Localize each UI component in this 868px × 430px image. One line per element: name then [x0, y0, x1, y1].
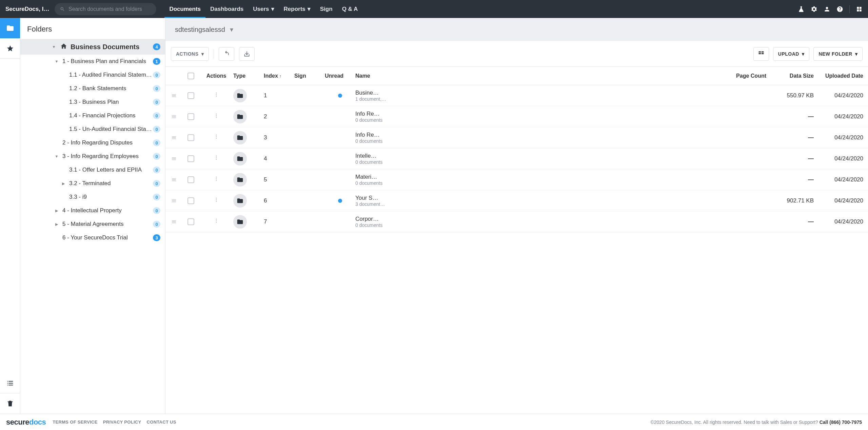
search-input[interactable] — [68, 6, 151, 12]
upload-button[interactable]: UPLOAD▾ — [773, 47, 810, 61]
tree-item[interactable]: 1.4 - Financial Projections0 — [20, 109, 165, 122]
table-row[interactable]: 3Info Re…0 documents—04/24/2020 — [165, 127, 868, 148]
col-unread[interactable]: Unread — [325, 73, 355, 79]
col-sign[interactable]: Sign — [294, 73, 325, 79]
row-index: 3 — [264, 134, 294, 141]
new-folder-button[interactable]: NEW FOLDER▾ — [813, 47, 863, 61]
svg-point-4 — [216, 115, 217, 116]
nav-documents[interactable]: Documents — [164, 0, 205, 18]
col-type[interactable]: Type — [233, 73, 264, 79]
col-page[interactable]: Page Count — [726, 73, 766, 79]
layout-button[interactable] — [753, 47, 769, 61]
col-index[interactable]: Index↑ — [264, 73, 294, 79]
row-actions-menu[interactable] — [199, 197, 233, 204]
table-row[interactable]: 1Busine…1 document,…550.97 KB04/24/2020 — [165, 85, 868, 106]
help-icon[interactable] — [836, 6, 843, 13]
tree-arrow[interactable]: ▼ — [54, 59, 59, 63]
tree-item[interactable]: ▶3.2 - Terminated0 — [20, 177, 165, 190]
drag-handle-icon[interactable] — [165, 93, 182, 98]
flask-icon[interactable] — [798, 6, 805, 13]
tree-item[interactable]: ▶5 - Material Agreements0 — [20, 217, 165, 231]
table-row[interactable]: 7Corpor…0 documents—04/24/2020 — [165, 211, 868, 232]
nav-users[interactable]: Users▾ — [248, 0, 279, 18]
row-checkbox[interactable] — [188, 218, 194, 225]
table-row[interactable]: 5Materi…0 documents—04/24/2020 — [165, 169, 868, 190]
tree-item[interactable]: 2 - Info Regarding Disputes0 — [20, 136, 165, 150]
row-actions-menu[interactable] — [199, 218, 233, 225]
row-checkbox[interactable] — [188, 92, 194, 99]
svg-point-2 — [216, 96, 217, 97]
col-name[interactable]: Name — [355, 73, 726, 79]
tree-item-label: 1.3 - Business Plan — [69, 99, 153, 105]
row-checkbox[interactable] — [188, 134, 194, 141]
folder-icon — [233, 131, 247, 144]
col-actions[interactable]: Actions — [199, 73, 233, 79]
divider — [849, 5, 850, 13]
row-checkbox[interactable] — [188, 197, 194, 204]
table-row[interactable]: 6Your S…3 document…902.71 KB04/24/2020 — [165, 190, 868, 211]
row-checkbox[interactable] — [188, 113, 194, 120]
drag-handle-icon[interactable] — [165, 114, 182, 119]
tree-arrow[interactable]: ▶ — [54, 209, 59, 213]
col-date[interactable]: Uploaded Date — [814, 73, 868, 79]
gear-icon[interactable] — [811, 6, 817, 13]
tree-item[interactable]: 1.5 - Un-Audited Financial Sta…0 — [20, 122, 165, 136]
chevron-down-icon[interactable]: ▼ — [52, 45, 56, 49]
rail-list[interactable] — [0, 373, 20, 393]
rail-folders[interactable] — [0, 18, 20, 38]
footer-privacy[interactable]: PRIVACY POLICY — [103, 419, 141, 425]
row-actions-menu[interactable] — [199, 176, 233, 183]
row-actions-menu[interactable] — [199, 113, 233, 120]
row-checkbox[interactable] — [188, 155, 194, 162]
drag-handle-icon[interactable] — [165, 219, 182, 224]
table-row[interactable]: 4Intelle…0 documents—04/24/2020 — [165, 148, 868, 169]
drag-handle-icon[interactable] — [165, 198, 182, 203]
row-actions-menu[interactable] — [199, 92, 233, 99]
rail-trash[interactable] — [0, 393, 20, 414]
drag-handle-icon[interactable] — [165, 135, 182, 140]
row-actions-menu[interactable] — [199, 155, 233, 162]
row-checkbox[interactable] — [188, 176, 194, 183]
nav-qa[interactable]: Q & A — [337, 0, 363, 18]
tree-item[interactable]: ▶4 - Intellectual Property0 — [20, 204, 165, 217]
tree-item[interactable]: 6 - Your SecureDocs Trial3 — [20, 231, 165, 245]
select-all-checkbox[interactable] — [188, 73, 194, 79]
nav-reports[interactable]: Reports▾ — [279, 0, 315, 18]
table-row[interactable]: 2Info Re…0 documents—04/24/2020 — [165, 106, 868, 127]
nav-sign[interactable]: Sign — [315, 0, 337, 18]
search-box[interactable] — [55, 3, 156, 15]
tree-root-label: Business Documents — [71, 43, 153, 51]
nav-dashboards[interactable]: Dashboards — [205, 0, 248, 18]
chevron-down-icon[interactable]: ▾ — [230, 25, 233, 34]
row-actions-menu[interactable] — [199, 134, 233, 141]
svg-point-11 — [216, 159, 217, 160]
tree-item[interactable]: ▼3 - Info Regarding Employees0 — [20, 150, 165, 163]
row-date: 04/24/2020 — [814, 155, 868, 162]
row-name: Info Re…0 documents — [355, 111, 726, 123]
rail-starred[interactable] — [0, 38, 20, 59]
undo-button[interactable] — [219, 47, 234, 61]
drag-handle-icon[interactable] — [165, 156, 182, 161]
apps-icon[interactable] — [856, 6, 863, 13]
tree-item[interactable]: 3.3 - i90 — [20, 190, 165, 204]
download-button[interactable] — [239, 47, 255, 61]
breadcrumb[interactable]: sdtestingsalessd ▾ — [165, 18, 868, 41]
tree-item[interactable]: 3.1 - Offer Letters and EPIIA0 — [20, 163, 165, 177]
tree-item[interactable]: 1.2 - Bank Statements0 — [20, 82, 165, 95]
footer-tos[interactable]: TERMS OF SERVICE — [53, 419, 97, 425]
tree-item[interactable]: ▼1 - Business Plan and Financials1 — [20, 55, 165, 68]
row-index: 4 — [264, 155, 294, 162]
tree-root[interactable]: ▼ Business Documents 4 — [20, 39, 165, 55]
tree-item-label: 3 - Info Regarding Employees — [62, 153, 153, 160]
tree-item[interactable]: 1.1 - Audited Financial Statem…0 — [20, 68, 165, 82]
footer-contact[interactable]: CONTACT US — [147, 419, 176, 425]
footer-phone: Call (866) 700-7975 — [820, 419, 862, 425]
tree-arrow[interactable]: ▶ — [54, 222, 59, 227]
drag-handle-icon[interactable] — [165, 177, 182, 182]
col-size[interactable]: Data Size — [766, 73, 814, 79]
user-icon[interactable] — [824, 6, 830, 13]
tree-item[interactable]: 1.3 - Business Plan0 — [20, 95, 165, 109]
tree-arrow[interactable]: ▶ — [61, 181, 66, 186]
tree-arrow[interactable]: ▼ — [54, 154, 59, 158]
actions-button[interactable]: ACTIONS▾ — [171, 47, 209, 61]
